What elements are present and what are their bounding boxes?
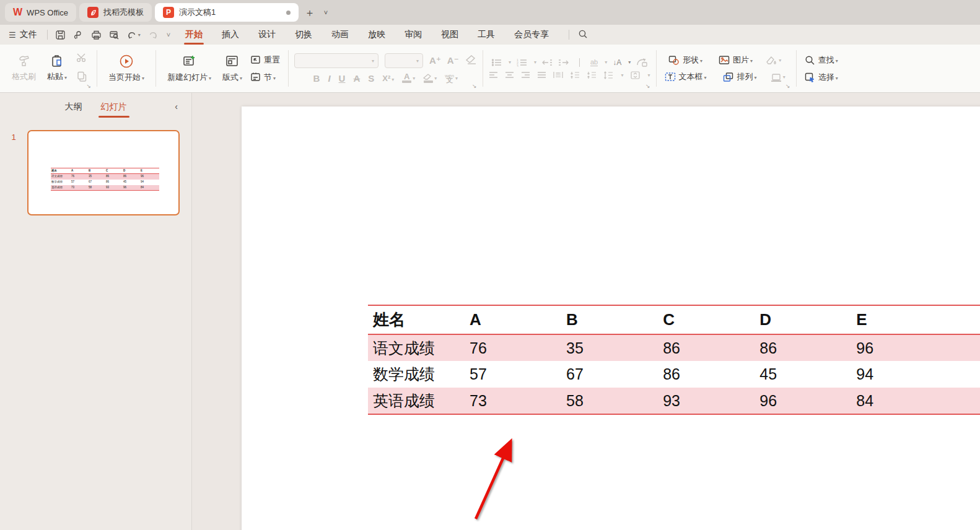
menu-tools[interactable]: 工具 xyxy=(476,25,496,44)
tab-document-active[interactable]: P 演示文稿1 xyxy=(155,3,299,22)
drawing-dialog-launcher-icon[interactable]: ↘ xyxy=(785,83,790,89)
header-cell[interactable]: E xyxy=(851,305,980,334)
tab-label: WPS Office xyxy=(27,8,68,17)
header-cell[interactable]: A xyxy=(465,305,561,334)
value-cell[interactable]: 94 xyxy=(851,361,980,388)
slide-canvas[interactable]: 姓名 A B C D E 语文成绩 76 35 86 86 96 数学成绩 xyxy=(242,106,980,530)
row-label-cell[interactable]: 英语成绩 xyxy=(368,388,465,414)
red-arrow-annotation[interactable] xyxy=(468,433,530,526)
unsaved-dot-indicator xyxy=(286,11,291,15)
select-icon xyxy=(805,72,815,82)
align-right-icon xyxy=(521,71,530,79)
tab-wps-office[interactable]: W WPS Office xyxy=(5,3,76,22)
distribute-text-icon: <> xyxy=(553,71,563,79)
value-cell[interactable]: 73 xyxy=(465,388,561,414)
textbox-button[interactable]: 文本框▾ xyxy=(662,71,709,83)
new-tab-button[interactable]: ＋ xyxy=(302,4,318,20)
divider xyxy=(47,30,48,40)
tab-list-chevron-icon[interactable]: ˅ xyxy=(318,4,334,20)
font-dialog-launcher-icon[interactable]: ↘ xyxy=(472,83,477,89)
divider xyxy=(288,50,289,87)
find-icon xyxy=(805,55,815,65)
shapes-button[interactable]: 形状▾ xyxy=(666,54,705,66)
italic-button: I xyxy=(328,73,330,84)
quick-access-toolbar: ▾ ˅ xyxy=(53,30,173,40)
svg-text:<>: <> xyxy=(556,72,560,75)
row-label-cell[interactable]: 数学成绩 xyxy=(368,361,465,388)
arrange-button[interactable]: 排列▾ xyxy=(720,71,759,83)
value-cell[interactable]: 57 xyxy=(465,361,561,388)
slide-thumbnail-entry[interactable]: 1 姓名 A B C D E 语文成绩7635868696 数学成 xyxy=(0,130,191,215)
layout-button[interactable]: 版式▾ xyxy=(217,53,248,84)
menu-view[interactable]: 视图 xyxy=(440,25,460,44)
menu-design[interactable]: 设计 xyxy=(257,25,277,44)
divider xyxy=(483,50,483,87)
reset-button[interactable]: 重置 xyxy=(248,54,282,66)
header-cell[interactable]: B xyxy=(561,305,658,334)
panel-tabs: 大纲 幻灯片 ‹ xyxy=(0,93,191,121)
play-from-current-button[interactable]: 当页开始▾ xyxy=(103,53,150,84)
search-icon[interactable] xyxy=(578,29,588,41)
font-group: ▾ ▾ A⁺ A⁻ B I U A S X²▾ A▾ ▾ wén文▾ ↘ xyxy=(293,48,478,89)
picture-icon xyxy=(719,55,730,65)
header-cell[interactable]: D xyxy=(755,305,851,334)
menu-member[interactable]: 会员专享 xyxy=(513,25,550,44)
align-center-icon xyxy=(505,71,514,79)
paragraph-dialog-launcher-icon[interactable]: ↘ xyxy=(645,83,650,89)
decrease-font-button: A⁻ xyxy=(447,55,459,66)
section-button[interactable]: 节▾ xyxy=(248,71,282,84)
column-spacing-icon xyxy=(570,71,580,79)
value-cell[interactable]: 96 xyxy=(755,388,851,414)
qat-customize-chevron-icon[interactable]: ˅ xyxy=(167,31,170,38)
value-cell[interactable]: 35 xyxy=(561,334,658,361)
value-cell[interactable]: 84 xyxy=(851,388,980,414)
header-cell[interactable]: 姓名 xyxy=(368,305,465,334)
tab-docer-templates[interactable]: 找稻壳模板 xyxy=(79,3,152,22)
menu-transitions[interactable]: 切换 xyxy=(294,25,313,44)
tab-outline[interactable]: 大纲 xyxy=(64,97,84,118)
value-cell[interactable]: 86 xyxy=(755,334,851,361)
value-cell[interactable]: 96 xyxy=(851,334,980,361)
picture-button[interactable]: 图片▾ xyxy=(716,54,755,66)
print-icon[interactable] xyxy=(91,30,102,40)
slide-thumbnail[interactable]: 姓名 A B C D E 语文成绩7635868696 数学成绩57678645… xyxy=(27,130,180,215)
file-menu-button[interactable]: ☰ 文件 xyxy=(7,29,42,40)
format-painter-button: 格式刷 xyxy=(6,53,42,84)
value-cell[interactable]: 67 xyxy=(561,361,658,388)
new-slide-button[interactable]: 新建幻灯片▾ xyxy=(162,53,217,84)
save-icon[interactable] xyxy=(55,30,66,40)
layout-label: 版式 xyxy=(222,72,238,82)
tab-label: 演示文稿1 xyxy=(179,7,216,18)
menu-animations[interactable]: 动画 xyxy=(330,25,350,44)
value-cell[interactable]: 86 xyxy=(658,334,755,361)
font-size-select[interactable]: ▾ xyxy=(385,53,423,68)
value-cell[interactable]: 58 xyxy=(561,388,658,414)
shapes-icon xyxy=(668,55,680,65)
menu-home[interactable]: 开始 xyxy=(184,25,204,44)
table-row: 语文成绩 76 35 86 86 96 xyxy=(368,334,980,361)
app-body: 大纲 幻灯片 ‹ 1 姓名 A B C D E 语文成绩7635868696 xyxy=(0,93,980,530)
undo-button[interactable]: ▾ xyxy=(127,30,141,40)
collapse-panel-chevron-icon[interactable]: ‹ xyxy=(175,102,178,111)
value-cell[interactable]: 45 xyxy=(755,361,851,388)
paste-button[interactable]: 粘贴▾ xyxy=(42,53,72,84)
value-cell[interactable]: 76 xyxy=(465,334,561,361)
menu-review[interactable]: 审阅 xyxy=(403,25,423,44)
play-group: 当页开始▾ xyxy=(102,48,151,89)
scores-table[interactable]: 姓名 A B C D E 语文成绩 76 35 86 86 96 数学成绩 xyxy=(368,305,980,415)
tab-slides[interactable]: 幻灯片 xyxy=(100,97,128,118)
increase-indent-icon xyxy=(558,59,569,66)
value-cell[interactable]: 86 xyxy=(658,361,755,388)
menu-insert[interactable]: 插入 xyxy=(221,25,240,44)
export-pdf-icon[interactable] xyxy=(73,30,84,40)
menu-slideshow[interactable]: 放映 xyxy=(367,25,387,44)
header-cell[interactable]: C xyxy=(658,305,755,334)
clipboard-dialog-launcher-icon[interactable]: ↘ xyxy=(86,83,91,89)
row-label-cell[interactable]: 语文成绩 xyxy=(368,334,465,361)
font-name-select[interactable]: ▾ xyxy=(294,53,378,68)
select-button[interactable]: 选择▾ xyxy=(802,71,841,84)
value-cell[interactable]: 93 xyxy=(658,388,755,414)
print-preview-icon[interactable] xyxy=(109,30,120,40)
editing-group: 查找▾ 选择▾ xyxy=(801,48,842,89)
find-button[interactable]: 查找▾ xyxy=(802,54,841,66)
